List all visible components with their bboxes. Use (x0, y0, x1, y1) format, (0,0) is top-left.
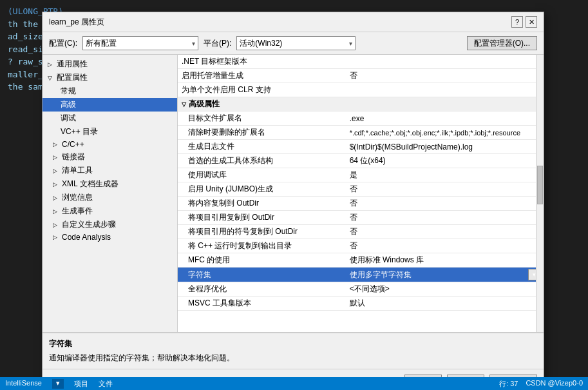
project-label: 项目 (74, 379, 88, 389)
prop-value: 否 (346, 69, 524, 83)
right-info: CSDN @Vizep0-0 (526, 379, 583, 389)
prop-value: <不同选项> (346, 282, 524, 297)
table-row[interactable]: 启用托管增量生成 否 (178, 69, 544, 83)
table-row[interactable]: 清除时要删除的扩展名 *.cdf;*.cache;*.obj;*.obj.enc… (178, 126, 544, 140)
close-button[interactable]: ✕ (526, 16, 537, 28)
prop-name: 全程序优化 (178, 282, 346, 297)
tree-label-buildevents: 生成事件 (62, 206, 93, 217)
prop-name: .NET 目标框架版本 (178, 55, 346, 69)
tree-label-vcdirs: VC++ 目录 (61, 126, 98, 137)
tree-item-debug[interactable]: 调试 (43, 112, 177, 125)
tree-item-linker[interactable]: ▷ 链接器 (43, 150, 177, 164)
tree-label-general2: 常规 (61, 86, 76, 97)
tree-label-general: 通用属性 (57, 59, 88, 70)
prop-name: 为单个文件启用 CLR 支持 (178, 83, 346, 97)
status-bar: IntelliSense ▾ 项目 文件 行: 37 CSDN @Vizep0-… (0, 377, 588, 390)
table-row[interactable]: 将内容复制到 OutDir 否 (178, 197, 544, 211)
prop-value: 否 (346, 211, 524, 225)
table-row[interactable]: 全程序优化 <不同选项> (178, 282, 544, 297)
property-dialog: learn_pe 属性页 ? ✕ 配置(C): 所有配置 ▾ 平台(P): 活动… (42, 12, 544, 390)
tree-item-browse[interactable]: ▷ 浏览信息 (43, 191, 177, 204)
scrollbar-thumb[interactable] (537, 166, 543, 204)
tree-arrow-general: ▷ (48, 61, 54, 68)
description-area: 字符集 通知编译器使用指定的字符集；帮助解决本地化问题。 (43, 332, 544, 369)
prop-value: 使用标准 Windows 库 (346, 253, 524, 268)
prop-name: 将项目引用复制到 OutDir (178, 211, 346, 225)
props-panel: .NET 目标框架版本 启用托管增量生成 否 为单个文件启用 CLR 支持 (178, 55, 544, 332)
table-row[interactable]: MSVC 工具集版本 默认 (178, 297, 544, 311)
tree-arrow-config: ▽ (48, 75, 54, 81)
tree-label-config: 配置属性 (57, 72, 88, 83)
tree-item-advanced[interactable]: 高级 (43, 98, 177, 112)
table-row[interactable]: 生成日志文件 $(IntDir)$(MSBuildProjectName).lo… (178, 140, 544, 154)
charset-name: 字符集 (178, 268, 346, 282)
table-row[interactable]: 将 C++ 运行时复制到输出目录 否 (178, 239, 544, 253)
config-select-value: 所有配置 (86, 38, 117, 49)
tree-item-codeanalysis[interactable]: ▷ Code Analysis (43, 231, 177, 243)
table-row[interactable]: 将项目引用的符号复制到 OutDir 否 (178, 225, 544, 239)
table-row[interactable]: 目标文件扩展名 .exe (178, 112, 544, 126)
prop-value: 否 (346, 239, 524, 253)
prop-name: 清除时要删除的扩展名 (178, 126, 346, 140)
table-row[interactable]: .NET 目标框架版本 (178, 55, 544, 69)
tree-item-general[interactable]: ▷ 通用属性 (43, 57, 177, 71)
prop-name: 启用托管增量生成 (178, 69, 346, 83)
file-label: 文件 (99, 379, 113, 389)
tree-item-general2[interactable]: 常规 (43, 84, 177, 98)
section-header-row: ▽高级属性 (178, 97, 544, 112)
tree-label-debug: 调试 (61, 113, 76, 124)
props-table: .NET 目标框架版本 启用托管增量生成 否 为单个文件启用 CLR 支持 (178, 55, 544, 311)
section-expand-arrow: ▽ (182, 101, 186, 108)
tree-arrow-manifest: ▷ (53, 168, 59, 174)
table-row[interactable]: 启用 Unity (JUMBO)生成 否 (178, 182, 544, 197)
platform-select-arrow: ▾ (349, 40, 352, 47)
tree-item-config[interactable]: ▽ 配置属性 (43, 71, 177, 84)
platform-select-value: 活动(Win32) (240, 38, 282, 49)
tree-label-linker: 链接器 (62, 151, 85, 162)
tree-item-vcdirs[interactable]: VC++ 目录 (43, 125, 177, 139)
description-text: 通知编译器使用指定的字符集；帮助解决本地化问题。 (49, 352, 537, 364)
prop-value: 是 (346, 168, 524, 182)
tree-arrow-xmlgen: ▷ (53, 181, 59, 188)
prop-value: 否 (346, 182, 524, 197)
prop-value (346, 55, 524, 69)
manager-button[interactable]: 配置管理器(O)... (467, 36, 537, 50)
status-dropdown[interactable]: ▾ (52, 379, 64, 389)
config-select[interactable]: 所有配置 ▾ (82, 36, 198, 50)
table-row[interactable]: MFC 的使用 使用标准 Windows 库 (178, 253, 544, 268)
tree-item-xmlgen[interactable]: ▷ XML 文档生成器 (43, 177, 177, 191)
tree-arrow-buildevents: ▷ (53, 208, 59, 215)
scrollbar-track[interactable] (536, 55, 544, 332)
table-row[interactable]: 将项目引用复制到 OutDir 否 (178, 211, 544, 225)
prop-name: 目标文件扩展名 (178, 112, 346, 126)
prop-name: MSVC 工具集版本 (178, 297, 346, 311)
prop-value: *.cdf;*.cache;*.obj;*.obj.enc;*.ilk;*.ip… (346, 126, 524, 140)
tree-label-manifest: 清单工具 (62, 165, 93, 176)
platform-select[interactable]: 活动(Win32) ▾ (236, 36, 356, 50)
table-row[interactable]: 首选的生成工具体系结构 64 位(x64) (178, 154, 544, 168)
table-row[interactable]: 为单个文件启用 CLR 支持 (178, 83, 544, 97)
tree-item-cpp[interactable]: ▷ C/C++ (43, 139, 177, 150)
platform-label: 平台(P): (204, 38, 231, 49)
tree-item-buildevents[interactable]: ▷ 生成事件 (43, 204, 177, 218)
help-button[interactable]: ? (511, 16, 523, 28)
description-title: 字符集 (49, 338, 537, 349)
status-left: IntelliSense ▾ 项目 文件 (5, 379, 113, 389)
section-header-cell: ▽高级属性 (178, 97, 544, 112)
tree-arrow-browse: ▷ (53, 195, 59, 201)
tree-arrow-linker: ▷ (53, 154, 59, 161)
table-row[interactable]: 使用调试库 是 (178, 168, 544, 182)
tree-label-cpp: C/C++ (62, 140, 84, 149)
charset-value: 使用多字节字符集 (346, 268, 524, 282)
line-info: 行: 37 (499, 379, 518, 389)
tree-arrow-codeanalysis: ▷ (53, 234, 59, 240)
config-select-arrow: ▾ (192, 40, 195, 47)
prop-value: 默认 (346, 297, 524, 311)
intellisense-label: IntelliSense (5, 379, 42, 389)
charset-row[interactable]: 字符集 使用多字节字符集 ▾ (178, 268, 544, 282)
tree-item-manifest[interactable]: ▷ 清单工具 (43, 164, 177, 177)
prop-value: $(IntDir)$(MSBuildProjectName).log (346, 140, 524, 154)
tree-item-customsteps[interactable]: ▷ 自定义生成步骤 (43, 218, 177, 231)
dialog-title: learn_pe 属性页 (49, 17, 104, 28)
config-label: 配置(C): (49, 38, 77, 49)
